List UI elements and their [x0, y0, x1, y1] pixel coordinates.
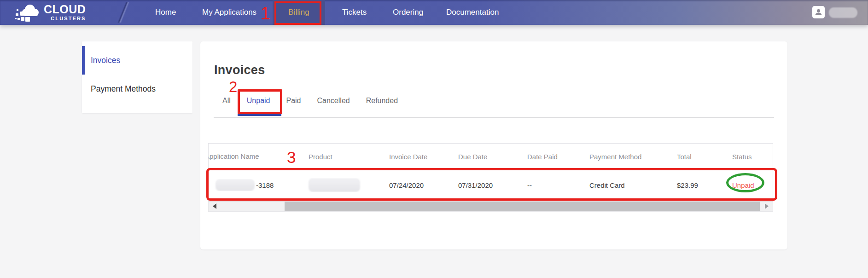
- logo-subtitle: CLUSTERS: [44, 16, 86, 21]
- annotation-step-1: 1: [261, 5, 270, 22]
- page-title: Invoices: [214, 63, 265, 77]
- annotation-box-invoice-row: [206, 168, 777, 201]
- col-date-paid: Date Paid: [520, 153, 583, 161]
- tab-paid[interactable]: Paid: [286, 96, 301, 106]
- annotation-step-3: 3: [287, 149, 296, 165]
- col-status: Status: [725, 153, 773, 161]
- arrow-left-icon: [213, 203, 216, 209]
- sidebar-item-label: Invoices: [91, 56, 120, 65]
- sidebar-item-payment-methods[interactable]: Payment Methods: [82, 75, 192, 103]
- col-due-date: Due Date: [451, 153, 520, 161]
- annotation-step-2: 2: [229, 79, 237, 94]
- annotation-box-unpaid: [238, 89, 282, 114]
- col-product: Product: [302, 153, 382, 161]
- sidebar-item-invoices[interactable]: Invoices: [82, 46, 192, 75]
- annotation-circle-unpaid-status: [726, 173, 764, 192]
- nav-item-tickets[interactable]: Tickets: [342, 0, 367, 25]
- invoices-panel: Invoices All Unpaid Paid Cancelled Refun…: [200, 41, 787, 249]
- col-payment-method: Payment Method: [583, 153, 670, 161]
- page: { "navbar": { "logo": { "title": "CLOUD"…: [0, 0, 868, 278]
- logo-text: CLOUD CLUSTERS: [44, 4, 86, 21]
- nav-item-ordering[interactable]: Ordering: [393, 0, 423, 25]
- nav-item-home[interactable]: Home: [155, 0, 176, 25]
- scroll-right-button[interactable]: [761, 202, 773, 211]
- col-total: Total: [670, 153, 725, 161]
- tab-cancelled[interactable]: Cancelled: [317, 96, 350, 106]
- arrow-right-icon: [765, 203, 769, 209]
- sidebar-item-label: Payment Methods: [91, 84, 156, 94]
- logo-title: CLOUD: [44, 4, 86, 15]
- horizontal-scrollbar[interactable]: [208, 201, 773, 212]
- annotation-box-billing: [274, 1, 321, 25]
- billing-sidebar: Invoices Payment Methods: [82, 41, 192, 113]
- top-navbar: CLOUD CLUSTERS Home My Applications Bill…: [0, 0, 868, 25]
- nav-diagonal-separator: [117, 2, 129, 23]
- user-avatar-icon[interactable]: [812, 6, 825, 18]
- col-invoice-date: Invoice Date: [382, 153, 451, 161]
- cloud-clusters-logo[interactable]: CLOUD CLUSTERS: [15, 2, 86, 23]
- person-icon: [814, 8, 823, 17]
- username-redacted: [829, 7, 857, 18]
- cloud-logo-icon: [15, 2, 41, 23]
- scroll-left-button[interactable]: [209, 202, 221, 211]
- tabs-divider: [214, 117, 774, 118]
- tab-refunded[interactable]: Refunded: [366, 96, 398, 106]
- nav-item-documentation[interactable]: Documentation: [446, 0, 499, 25]
- active-tab-underline: [238, 114, 281, 116]
- tab-all[interactable]: All: [222, 96, 231, 106]
- scrollbar-thumb[interactable]: [285, 202, 760, 211]
- nav-item-my-applications[interactable]: My Applications: [202, 0, 256, 25]
